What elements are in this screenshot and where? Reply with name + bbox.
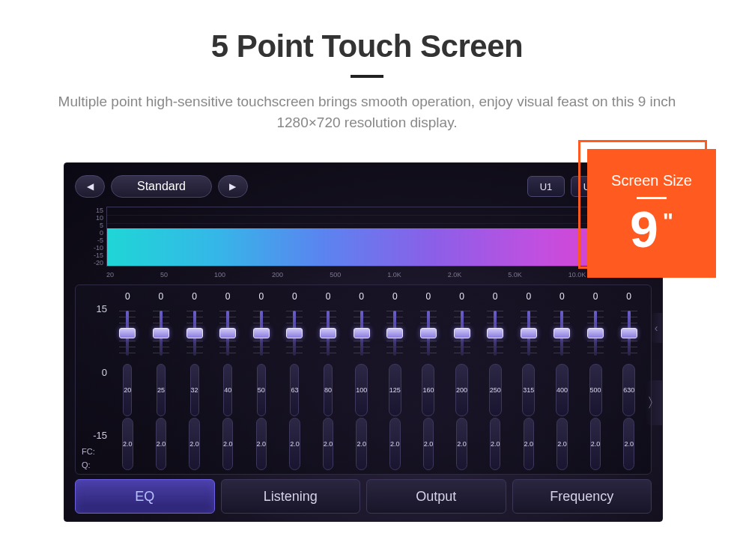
- band-q[interactable]: 2.0: [189, 418, 200, 470]
- band-q[interactable]: 2.0: [456, 418, 467, 470]
- slider-knob[interactable]: [186, 328, 203, 338]
- band-slider[interactable]: [145, 308, 178, 359]
- band-slider[interactable]: [178, 308, 210, 359]
- slider-knob[interactable]: [119, 328, 136, 338]
- band-value: 0: [258, 291, 264, 303]
- slider-knob[interactable]: [420, 328, 437, 338]
- band-fc[interactable]: 250: [489, 364, 502, 416]
- band-fc[interactable]: 20: [123, 364, 132, 416]
- tab-output[interactable]: Output: [366, 479, 506, 514]
- band-value: 0: [526, 291, 531, 303]
- band-slider[interactable]: [312, 308, 345, 359]
- band-value: 0: [459, 291, 464, 303]
- slider-knob[interactable]: [621, 328, 637, 338]
- spec-x-tick: 500: [330, 271, 341, 279]
- preset-prev-button[interactable]: ◀: [75, 175, 105, 198]
- band-fc[interactable]: 32: [190, 364, 199, 416]
- band-fc[interactable]: 125: [389, 364, 401, 416]
- spec-y-tick: -15: [87, 252, 103, 259]
- band-value: 0: [593, 291, 598, 303]
- next-page-button[interactable]: 〉: [646, 380, 662, 425]
- title-underline: [351, 75, 383, 78]
- band-fc[interactable]: 80: [324, 364, 333, 416]
- band-slider[interactable]: [580, 308, 612, 359]
- slider-knob[interactable]: [553, 328, 570, 338]
- slider-knob[interactable]: [587, 328, 604, 338]
- bottom-tabs: EQListeningOutputFrequency: [75, 479, 652, 514]
- band-q[interactable]: 2.0: [256, 418, 267, 470]
- slider-knob[interactable]: [487, 328, 503, 338]
- band-value: 0: [292, 291, 297, 303]
- band-slider[interactable]: [246, 308, 278, 359]
- spec-x-tick: 100: [214, 271, 225, 279]
- band-q[interactable]: 2.0: [490, 418, 501, 470]
- band-q[interactable]: 2.0: [122, 418, 133, 470]
- band-q[interactable]: 2.0: [356, 418, 367, 470]
- band-q[interactable]: 2.0: [222, 418, 234, 470]
- preset-name[interactable]: Standard: [111, 175, 212, 198]
- band-slider[interactable]: [613, 308, 645, 359]
- slider-knob[interactable]: [521, 328, 537, 338]
- band-q[interactable]: 2.0: [423, 418, 434, 470]
- slider-knob[interactable]: [320, 328, 336, 338]
- band-fc[interactable]: 50: [257, 364, 266, 416]
- slider-knob[interactable]: [354, 328, 370, 338]
- band-q[interactable]: 2.0: [556, 418, 568, 470]
- slider-knob[interactable]: [286, 328, 303, 338]
- spectrum-plot: [106, 207, 650, 267]
- eq-band: 04002.0: [546, 291, 578, 471]
- band-q[interactable]: 2.0: [590, 418, 601, 470]
- band-q[interactable]: 2.0: [524, 418, 535, 470]
- band-value: 0: [326, 291, 331, 303]
- band-value: 0: [125, 291, 130, 303]
- slider-knob[interactable]: [219, 328, 236, 338]
- band-slider[interactable]: [279, 308, 311, 359]
- band-fc[interactable]: 315: [522, 364, 535, 416]
- tab-eq[interactable]: EQ: [75, 479, 215, 514]
- slider-knob[interactable]: [454, 328, 470, 338]
- preset-next-button[interactable]: ▶: [218, 175, 248, 198]
- slider-knob[interactable]: [253, 328, 270, 338]
- band-q[interactable]: 2.0: [289, 418, 300, 470]
- user-preset-u1[interactable]: U1: [527, 176, 565, 197]
- band-slider[interactable]: [479, 308, 512, 359]
- spec-x-tick: 1.0K: [387, 271, 401, 279]
- band-slider[interactable]: [345, 308, 377, 359]
- band-fc[interactable]: 40: [223, 364, 232, 416]
- eq-band: 03152.0: [513, 291, 545, 471]
- band-fc[interactable]: 63: [290, 364, 299, 416]
- panel-collapse-icon[interactable]: ‹: [650, 313, 662, 343]
- band-slider[interactable]: [379, 308, 411, 359]
- spec-x-tick: 5.0K: [508, 271, 522, 279]
- tab-listening[interactable]: Listening: [221, 479, 361, 514]
- tab-frequency[interactable]: Frequency: [512, 479, 652, 514]
- band-fc[interactable]: 200: [455, 364, 468, 416]
- band-q[interactable]: 2.0: [156, 418, 167, 470]
- band-slider[interactable]: [212, 308, 244, 359]
- band-fc[interactable]: 160: [422, 364, 434, 416]
- band-fc[interactable]: 400: [556, 364, 568, 416]
- band-slider[interactable]: [446, 308, 478, 359]
- band-fc[interactable]: 25: [157, 364, 166, 416]
- fc-label: FC:: [82, 447, 95, 456]
- spec-y-tick: 15: [87, 207, 103, 214]
- band-fc[interactable]: 630: [622, 364, 635, 416]
- band-value: 0: [493, 291, 498, 303]
- band-fc[interactable]: 100: [355, 364, 368, 416]
- band-slider[interactable]: [513, 308, 545, 359]
- badge-divider: [637, 197, 667, 199]
- band-slider[interactable]: [413, 308, 445, 359]
- eq-band: 05002.0: [580, 291, 612, 471]
- slider-knob[interactable]: [386, 328, 403, 338]
- slider-knob[interactable]: [153, 328, 169, 338]
- band-fc[interactable]: 500: [589, 364, 602, 416]
- page-subtitle: Multiple point high-sensitive touchscree…: [45, 91, 689, 133]
- band-q[interactable]: 2.0: [323, 418, 334, 470]
- spec-y-tick: 10: [87, 214, 103, 222]
- band-q[interactable]: 2.0: [623, 418, 634, 470]
- band-slider[interactable]: [112, 308, 144, 359]
- band-q[interactable]: 2.0: [389, 418, 401, 470]
- band-slider[interactable]: [546, 308, 578, 359]
- eq-band: 01602.0: [413, 291, 445, 471]
- eq-band: 0322.0: [178, 291, 210, 471]
